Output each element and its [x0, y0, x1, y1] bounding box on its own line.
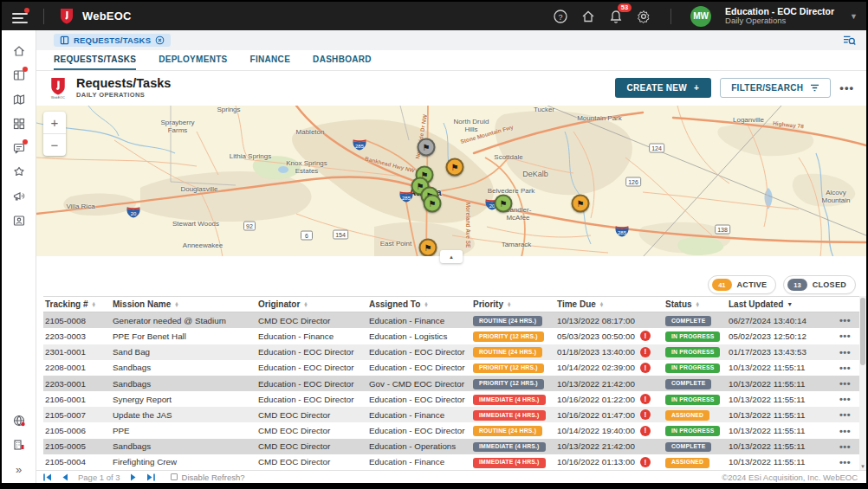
user-menu-chevron-icon[interactable]: ▼ — [850, 12, 858, 21]
sort-desc-icon[interactable]: ▼ — [787, 301, 793, 307]
sort-toggle-icon[interactable]: ▲▼ — [424, 302, 428, 307]
row-more-options-icon[interactable]: ••• — [832, 315, 859, 325]
sort-toggle-icon[interactable]: ▲▼ — [303, 302, 308, 307]
map-collapse-strip: ▲ — [36, 256, 866, 273]
sidebar-plugins-icon[interactable] — [2, 160, 36, 184]
table-row[interactable]: 2105-0005SandbagsCMD EOC DirectorEducati… — [43, 439, 859, 454]
column-header-time-due[interactable]: Time Due▲▼ — [555, 299, 664, 309]
active-filter-button[interactable]: 41 ACTIVE — [708, 275, 776, 294]
status-badge: ASSIGNED — [665, 410, 709, 421]
table-row[interactable]: 2105-0004Firefighting CrewCMD EOC Direct… — [43, 454, 859, 470]
column-header-assigned-to[interactable]: Assigned To▲▼ — [367, 299, 471, 309]
last-page-button[interactable] — [146, 473, 155, 481]
requests-map[interactable]: SpringsSprayberry FarmsMabletonLithia Sp… — [36, 106, 866, 257]
sidebar-expand-icon[interactable]: » — [2, 457, 36, 481]
row-more-options-icon[interactable]: ••• — [832, 347, 859, 357]
state-route-shield-icon: 6 — [301, 230, 313, 240]
map-request-marker-flag-icon[interactable]: ⚑ — [424, 194, 442, 212]
table-row[interactable]: 2105-0008Generator needed @ StadiumCMD E… — [43, 312, 859, 328]
view-tab-dashboard[interactable]: DASHBOARD — [313, 50, 372, 70]
column-header-tracking-[interactable]: Tracking #▲▼ — [43, 299, 111, 309]
notifications-bell-icon[interactable]: 53 — [608, 9, 624, 24]
board-search-icon[interactable] — [843, 35, 856, 46]
row-more-options-icon[interactable]: ••• — [832, 331, 859, 341]
interstate-shield-icon: 285 — [353, 138, 367, 151]
first-page-button[interactable] — [43, 473, 52, 481]
column-header-originator[interactable]: Originator▲▼ — [256, 299, 367, 309]
map-request-marker-flag-icon[interactable]: ⚑ — [446, 158, 464, 176]
table-row[interactable]: 2106-0001Synergy ReportEducation - EOC D… — [43, 391, 859, 407]
sort-toggle-icon[interactable]: ▲▼ — [174, 302, 178, 307]
scrollbar-thumb[interactable] — [860, 298, 865, 365]
map-request-marker-flag-icon[interactable]: ⚑ — [572, 194, 590, 212]
settings-gear-icon[interactable] — [636, 9, 651, 24]
row-more-options-icon[interactable]: ••• — [832, 426, 859, 436]
cell-mission-name: Sand Bag — [111, 347, 256, 357]
user-avatar[interactable]: MW — [690, 6, 711, 27]
sidebar-apps-icon[interactable] — [2, 112, 36, 136]
column-header-priority[interactable]: Priority▲▼ — [471, 299, 555, 309]
table-row[interactable]: 2105-0006PPECMD EOC DirectorEducation - … — [43, 422, 859, 438]
plus-icon: + — [694, 83, 699, 93]
closed-filter-button[interactable]: 13 CLOSED — [783, 275, 856, 294]
help-icon[interactable]: ? — [553, 9, 568, 24]
checkbox-box[interactable] — [171, 473, 178, 480]
zoom-in-button[interactable]: + — [43, 112, 66, 133]
cell-time-due: 10/16/2022 01:47:00 — [557, 410, 635, 420]
view-tab-deployments[interactable]: DEPLOYMENTS — [159, 50, 227, 70]
row-more-options-icon[interactable]: ••• — [832, 394, 859, 404]
map-collapse-button[interactable]: ▲ — [440, 250, 463, 263]
row-more-options-icon[interactable]: ••• — [832, 441, 859, 452]
sidebar-contacts-icon[interactable] — [2, 209, 36, 233]
row-more-options-icon[interactable]: ••• — [832, 457, 859, 467]
row-more-options-icon[interactable]: ••• — [832, 378, 859, 389]
next-page-button[interactable] — [129, 473, 138, 481]
control-panel-menu-icon[interactable] — [12, 10, 28, 23]
sort-toggle-icon[interactable]: ▲▼ — [696, 302, 700, 307]
priority-badge: PRIORITY (12 HRS.) — [473, 379, 544, 389]
table-scrollbar[interactable]: ▼ — [859, 296, 866, 470]
disable-refresh-checkbox[interactable]: Disable Refresh? — [171, 473, 245, 482]
column-header-status[interactable]: Status▲▼ — [664, 299, 727, 309]
map-request-marker-flag-icon[interactable]: ⚑ — [418, 138, 436, 156]
scrollbar-down-arrow[interactable]: ▼ — [859, 464, 866, 469]
zoom-out-button[interactable]: − — [43, 134, 66, 156]
sidebar-boards-icon[interactable] — [2, 63, 36, 87]
sidebar-messages-icon[interactable] — [2, 136, 36, 160]
table-row[interactable]: 2301-0001Sand BagEducation - EOC Directo… — [43, 344, 859, 360]
interstate-shield-icon: 285 — [399, 190, 414, 203]
map-request-marker-flag-icon[interactable]: ⚑ — [495, 194, 513, 212]
sidebar-announcements-icon[interactable] — [2, 184, 36, 209]
map-request-marker-flag-icon[interactable]: ⚑ — [419, 238, 437, 256]
table-row[interactable]: 2203-0001SandbagsEducation - EOC Directo… — [43, 376, 859, 391]
user-identity[interactable]: Education - EOC Director Daily Operation… — [725, 6, 834, 26]
row-more-options-icon[interactable]: ••• — [832, 409, 859, 420]
home-icon[interactable] — [580, 9, 596, 24]
table-row[interactable]: 2203-0003PPE For Benet HallEducation - F… — [43, 328, 859, 344]
cell-originator: CMD EOC Director — [256, 441, 367, 451]
cell-mission-name: Sandbags — [111, 379, 256, 389]
sidebar-home-icon[interactable] — [2, 39, 36, 63]
table-row[interactable]: 2105-0007Update the JASCMD EOC DirectorE… — [43, 407, 859, 422]
status-badge: IN PROGRESS — [665, 364, 720, 374]
column-label: Originator — [258, 299, 300, 309]
previous-page-button[interactable] — [61, 473, 69, 481]
column-header-last-updated[interactable]: Last Updated▼ — [727, 299, 832, 309]
row-more-options-icon[interactable]: ••• — [832, 363, 859, 373]
sidebar-maps-icon[interactable] — [2, 87, 36, 112]
sidebar-organization-icon[interactable] — [2, 433, 36, 457]
close-board-icon[interactable] — [155, 35, 165, 45]
column-header-mission-name[interactable]: Mission Name▲▼ — [111, 299, 256, 309]
filter-search-button[interactable]: FILTER/SEARCH — [720, 78, 831, 98]
view-tab-finance[interactable]: FINANCE — [250, 50, 291, 70]
cell-time-due: 01/18/2023 13:40:00 — [557, 347, 635, 357]
sort-toggle-icon[interactable]: ▲▼ — [507, 302, 511, 307]
board-tab-chip[interactable]: REQUESTS/TASKS — [54, 34, 171, 47]
table-row[interactable]: 2208-0001SandbagsEducation - EOC Directo… — [43, 360, 859, 376]
view-tab-requests-tasks[interactable]: REQUESTS/TASKS — [54, 50, 136, 70]
sort-toggle-icon[interactable]: ▲▼ — [599, 302, 604, 307]
cell-tracking-number: 2203-0003 — [43, 331, 111, 341]
sort-toggle-icon[interactable]: ▲▼ — [91, 302, 95, 307]
sidebar-language-globe-icon[interactable] — [2, 409, 36, 433]
create-new-button[interactable]: CREATE NEW+ — [615, 78, 712, 98]
